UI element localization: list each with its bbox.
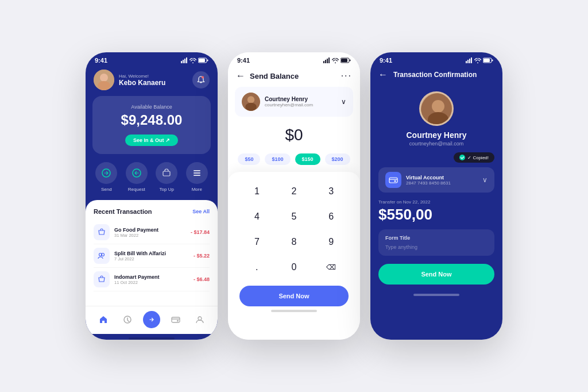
key-9[interactable]: 9 xyxy=(314,230,349,253)
nav-home[interactable] xyxy=(95,311,112,328)
svg-rect-5 xyxy=(199,59,205,62)
send-title: Send Balance xyxy=(250,72,299,80)
more-options-send[interactable]: ··· xyxy=(341,71,352,81)
svg-rect-25 xyxy=(325,60,326,63)
svg-point-22 xyxy=(177,320,179,322)
confirm-content: Courtney Henry courtneyhen@mail.com ✓ Co… xyxy=(370,86,502,290)
key-2[interactable]: 2 xyxy=(277,180,312,203)
notification-bell[interactable] xyxy=(192,71,210,89)
svg-point-42 xyxy=(432,100,444,113)
table-row: Split Bill With Alfarizi 7 Jul 2022 - $5… xyxy=(94,244,210,268)
svg-rect-1 xyxy=(183,60,184,63)
key-dot[interactable]: . xyxy=(239,256,274,279)
home-header: Hai, Welcome! Kebo Kanaeru xyxy=(86,66,218,96)
tx-amount-2: - $6.48 xyxy=(194,276,210,282)
key-0[interactable]: 0 xyxy=(277,256,312,279)
tx-name-1: Split Bill With Alfarizi xyxy=(114,251,189,256)
status-bar-home: 9:41 xyxy=(86,52,218,66)
key-3[interactable]: 3 xyxy=(314,180,349,203)
nav-send[interactable] xyxy=(143,311,160,328)
key-5[interactable]: 5 xyxy=(277,205,312,228)
svg-point-10 xyxy=(202,76,204,79)
tx-amount-1: - $5.22 xyxy=(194,253,210,259)
key-4[interactable]: 4 xyxy=(239,205,274,228)
action-send-label: Send xyxy=(101,187,112,192)
nav-wallet[interactable] xyxy=(167,311,184,328)
confirm-recipient-name: Courtney Henry xyxy=(406,130,466,140)
tx-icon-2 xyxy=(94,271,110,287)
svg-point-9 xyxy=(98,81,110,90)
see-all-button[interactable]: See All xyxy=(192,209,210,214)
table-row: Indomart Payment 11 Oct 2022 - $6.48 xyxy=(94,268,210,291)
action-more-label: More xyxy=(192,187,202,192)
svg-rect-30 xyxy=(350,60,351,62)
home-indicator xyxy=(129,337,175,340)
time-send: 9:41 xyxy=(237,57,250,64)
send-now-button-confirm[interactable]: Send Now xyxy=(378,264,494,285)
amount-display: $0 xyxy=(228,117,360,153)
key-backspace[interactable]: ⌫ xyxy=(314,256,349,279)
phone-home: 9:41 Hai, Welcome! Kebo xyxy=(86,52,218,340)
numpad: 1 2 3 4 5 6 7 8 9 . 0 ⌫ Send Now xyxy=(228,172,360,340)
status-icons-send xyxy=(323,57,351,63)
preset-150[interactable]: $150 xyxy=(295,153,320,165)
svg-rect-35 xyxy=(467,60,469,63)
virtual-account-card[interactable]: Virtual Account 2847 7493 8450 8631 ∨ xyxy=(378,167,494,193)
key-8[interactable]: 8 xyxy=(277,230,312,253)
key-6[interactable]: 6 xyxy=(314,205,349,228)
svg-rect-24 xyxy=(323,61,324,63)
send-now-button-send[interactable]: Send Now xyxy=(239,286,349,306)
table-row: Go Food Payment 31 Mar 2022 - $17.84 xyxy=(94,221,210,244)
svg-point-33 xyxy=(245,103,257,111)
bottom-nav xyxy=(86,306,218,334)
confirm-recipient-email: courtneyhen@mail.com xyxy=(409,141,464,147)
recipient-card[interactable]: Courtney Henry courtneyhen@mail.com ∨ xyxy=(235,87,353,117)
action-topup[interactable]: Top Up xyxy=(156,162,177,192)
status-bar-confirm: 9:41 xyxy=(370,52,502,66)
quick-actions: Send Request Top Up xyxy=(86,154,218,198)
svg-rect-16 xyxy=(194,175,200,176)
svg-rect-27 xyxy=(328,57,330,63)
va-icon xyxy=(385,172,401,188)
action-more[interactable]: More xyxy=(186,162,208,192)
more-icon-circle xyxy=(186,162,208,184)
preset-50[interactable]: $50 xyxy=(238,153,260,165)
form-placeholder[interactable]: Type anything xyxy=(385,244,488,250)
svg-rect-14 xyxy=(194,170,200,171)
see-in-out-button[interactable]: See In & Out ↗ xyxy=(125,134,178,146)
svg-rect-37 xyxy=(471,57,472,63)
balance-label: Available Balance xyxy=(100,104,203,110)
nav-history[interactable] xyxy=(119,311,136,328)
recipient-email: courtneyhen@mail.com xyxy=(265,102,313,107)
tx-name-0: Go Food Payment xyxy=(114,227,186,233)
recipient-avatar xyxy=(242,93,260,111)
preset-100[interactable]: $100 xyxy=(265,153,290,165)
key-1[interactable]: 1 xyxy=(239,180,274,203)
user-name: Kebo Kanaeru xyxy=(119,79,165,87)
home-indicator-confirm xyxy=(413,294,459,296)
preset-amounts: $50 $100 $150 $200 xyxy=(228,153,360,172)
user-avatar xyxy=(94,70,114,90)
key-7[interactable]: 7 xyxy=(239,230,274,253)
svg-rect-36 xyxy=(469,59,470,63)
preset-200[interactable]: $200 xyxy=(325,153,350,165)
transfer-label: Transfer on Nov 22, 2022 xyxy=(378,199,494,205)
request-icon-circle xyxy=(126,162,148,184)
confirm-title: Transaction Confirmation xyxy=(393,71,477,79)
phone-confirm: 9:41 ← Transaction Confirmation Courtney… xyxy=(370,52,502,340)
action-send[interactable]: Send xyxy=(95,162,117,192)
status-icons-home xyxy=(181,57,208,63)
tx-name-2: Indomart Payment xyxy=(114,274,189,280)
svg-point-32 xyxy=(247,96,254,103)
balance-amount: $9,248.00 xyxy=(100,112,203,128)
action-request[interactable]: Request xyxy=(126,162,148,192)
recent-section: Recent Transaction See All Go Food Payme… xyxy=(86,200,218,306)
nav-profile[interactable] xyxy=(191,311,208,328)
svg-rect-26 xyxy=(327,59,328,63)
back-button-confirm[interactable]: ← xyxy=(378,70,388,80)
back-button-send[interactable]: ← xyxy=(236,71,245,81)
recent-header: Recent Transaction See All xyxy=(94,208,210,215)
status-bar-send: 9:41 xyxy=(228,52,360,66)
phone-send: 9:41 ← Send Balance ··· xyxy=(228,52,360,340)
time-home: 9:41 xyxy=(95,57,107,64)
